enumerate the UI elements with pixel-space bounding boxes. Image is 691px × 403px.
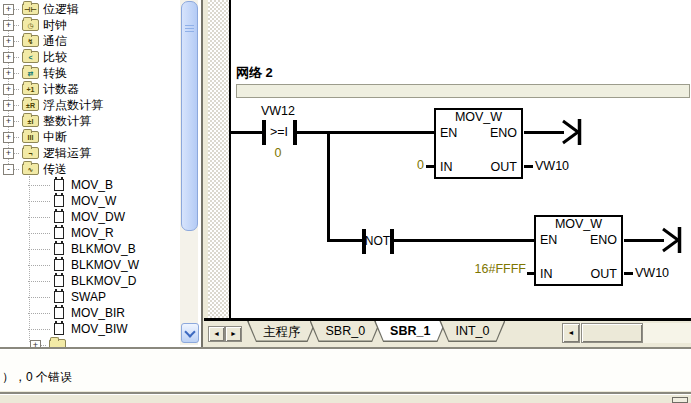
expand-icon[interactable]: +	[3, 100, 14, 111]
move-block-2[interactable]: MOV_W EN ENO IN OUT	[534, 215, 623, 286]
scrollbar-thumb[interactable]	[181, 1, 198, 231]
tree-item-label: SWAP	[71, 290, 106, 304]
compare-contact-value[interactable]: 0	[252, 146, 304, 160]
tree-vertical-scrollbar[interactable]	[180, 0, 198, 345]
tree-item-label: 时钟	[43, 17, 67, 34]
tree-item-bit-logic[interactable]: + ⊣⊢ 位逻辑	[0, 1, 180, 17]
expand-icon[interactable]: +	[3, 148, 14, 159]
tree-item-blkmov-w[interactable]: BLKMOV_W	[0, 257, 180, 273]
tree-item-integer-math[interactable]: + ±I 整数计算	[0, 113, 180, 129]
tree-item-interrupt[interactable]: + III 中断	[0, 129, 180, 145]
expand-icon[interactable]: +	[30, 340, 41, 348]
tree-item-counters[interactable]: + +1 计数器	[0, 81, 180, 97]
scroll-down-button[interactable]	[181, 323, 199, 343]
expand-icon[interactable]: +	[3, 84, 14, 95]
ladder-horizontal-scrollbar[interactable]: ◄	[562, 323, 691, 343]
eno-wire	[524, 131, 564, 134]
compare-contact-symbol[interactable]: >=I	[265, 125, 293, 139]
tab-sbr1[interactable]: SBR_1	[374, 321, 446, 342]
instruction-box-icon	[54, 195, 64, 207]
tree-item-clock[interactable]: + ◷ 时钟	[0, 17, 180, 33]
tree-item-logic-ops[interactable]: + ¬ 逻辑运算	[0, 145, 180, 161]
tree-item-mov-dw[interactable]: MOV_DW	[0, 209, 180, 225]
tree-item-label: 位逻辑	[43, 1, 79, 18]
tab-sbr0[interactable]: SBR_0	[310, 321, 382, 342]
tree-item-label: BLKMOV_B	[71, 242, 136, 256]
network-comment-box[interactable]	[236, 84, 690, 98]
tree-item-mov-b[interactable]: MOV_B	[0, 177, 180, 193]
expand-icon[interactable]: +	[3, 20, 14, 31]
scroll-left-button[interactable]: ◄	[562, 323, 580, 343]
network-title: 网络 2	[236, 64, 273, 82]
block2-in-value[interactable]: 16#FFFF	[458, 262, 526, 276]
tree-item-convert[interactable]: + ⇄ 转换	[0, 65, 180, 81]
rung1-wire	[231, 131, 262, 134]
collapse-icon[interactable]: -	[3, 164, 14, 175]
integer-math-icon: ±I	[22, 115, 39, 127]
left-arrow-icon: ◄	[213, 330, 220, 337]
expand-icon[interactable]: +	[3, 132, 14, 143]
scrollbar-thumb[interactable]	[581, 323, 643, 343]
tree-item-label: MOV_W	[71, 194, 116, 208]
tab-int0[interactable]: INT_0	[439, 321, 505, 342]
divider	[0, 394, 691, 395]
left-arrow-icon: ◄	[568, 329, 575, 336]
tab-label: INT_0	[439, 321, 505, 338]
expand-icon[interactable]: +	[3, 52, 14, 63]
tree-item-label: 逻辑运算	[43, 145, 91, 162]
rung2-wire	[327, 239, 362, 242]
block2-out-operand[interactable]: VW10	[635, 266, 669, 280]
tree-item-compare[interactable]: + < 比较	[0, 49, 180, 65]
tree-item-swap[interactable]: SWAP	[0, 289, 180, 305]
ladder-left-margin	[208, 0, 229, 318]
tree-item-mov-bir[interactable]: MOV_BIR	[0, 305, 180, 321]
instruction-box-icon	[54, 275, 64, 287]
tree-item-mov-biw[interactable]: MOV_BIW	[0, 321, 180, 337]
tab-scroll-right-button[interactable]: ►	[225, 326, 242, 342]
convert-icon: ⇄	[22, 67, 39, 79]
tree-item-label: 传送	[43, 161, 67, 178]
tree-item-label: 中断	[43, 129, 67, 146]
tree-stub	[14, 105, 19, 106]
move-block-1[interactable]: MOV_W EN ENO IN OUT	[434, 108, 523, 179]
expand-icon[interactable]: +	[3, 116, 14, 127]
tree-stub	[28, 249, 50, 250]
rung1-wire	[296, 131, 434, 134]
chevron-down-icon	[184, 326, 195, 337]
tab-label: SBR_1	[374, 321, 446, 338]
not-contact-symbol[interactable]: NOT	[364, 234, 391, 248]
tree-stub	[14, 121, 19, 122]
eno-port: ENO	[490, 126, 517, 140]
status-message: ），0 个错误	[2, 369, 72, 386]
tab-scroll-left-button[interactable]: ◄	[208, 326, 225, 342]
block-title: MOV_W	[536, 217, 621, 231]
expand-icon[interactable]: +	[3, 68, 14, 79]
instruction-box-icon	[54, 179, 64, 191]
tree-item-float-math[interactable]: + ±R 浮点数计算	[0, 97, 180, 113]
tree-item-mov-r[interactable]: MOV_R	[0, 225, 180, 241]
expand-icon[interactable]: +	[3, 36, 14, 47]
in-port: IN	[440, 160, 453, 174]
tree-stub	[28, 185, 50, 186]
block1-out-operand[interactable]: VW10	[535, 159, 569, 173]
block1-in-value[interactable]: 0	[396, 158, 424, 172]
tree-item-blkmov-d[interactable]: BLKMOV_D	[0, 273, 180, 289]
tree-item-communication[interactable]: + ↯ 通信	[0, 33, 180, 49]
interrupt-icon: III	[22, 131, 39, 143]
instruction-box-icon	[54, 307, 64, 319]
tree-item-mov-w[interactable]: MOV_W	[0, 193, 180, 209]
tree-item-partial[interactable]: +	[0, 337, 180, 347]
instruction-box-icon	[54, 323, 64, 335]
tab-label: 主程序	[247, 321, 317, 341]
tree-item-label: 通信	[43, 33, 67, 50]
tree-item-move[interactable]: - ∿ 传送	[0, 161, 180, 177]
tree-item-blkmov-b[interactable]: BLKMOV_B	[0, 241, 180, 257]
tree-item-label: 整数计算	[43, 113, 91, 130]
compare-contact-operand[interactable]: VW12	[252, 104, 304, 118]
instruction-box-icon	[54, 291, 64, 303]
expand-icon[interactable]: +	[3, 4, 14, 15]
out-stub-wire	[524, 165, 533, 168]
tree-stub	[14, 41, 19, 42]
tree-stub	[14, 9, 19, 10]
tab-main-program[interactable]: 主程序	[247, 321, 317, 342]
